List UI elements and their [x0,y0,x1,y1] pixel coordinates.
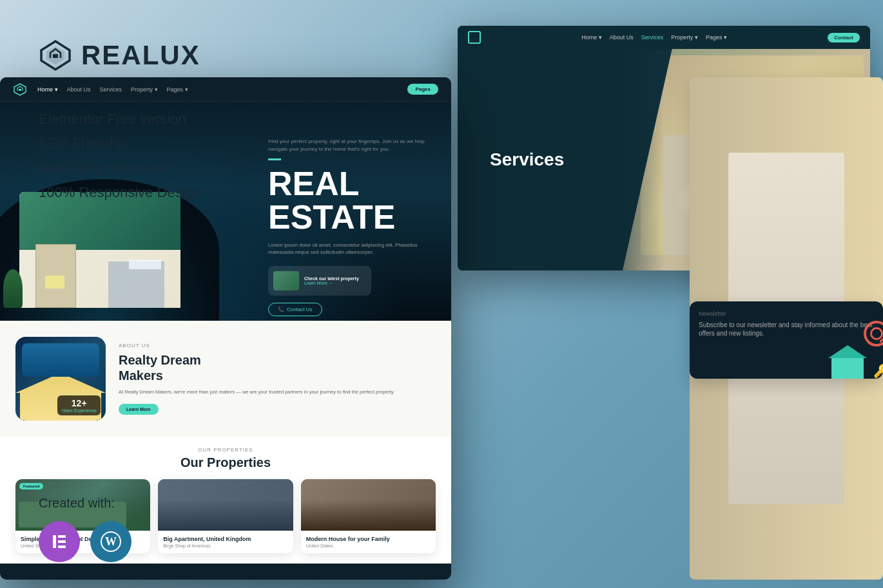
svg-rect-6 [58,545,66,548]
property-location-3: United States [306,544,431,548]
search-3d-illustration: 🔑 [825,321,883,379]
search-properties-dark-card: Newsletter Subscribe to our newsletter a… [690,301,883,379]
feature-item-3: No Coding Required [39,160,258,176]
realux-logo-icon [39,39,72,72]
created-with-label: Created with: [39,496,258,511]
back-nav-home: Home ▾ [581,34,602,41]
back-nav: Home ▾ About Us Services Property ▾ Page… [458,26,870,49]
back-nav-contact-btn[interactable]: Contact [828,33,860,43]
feature-item-1: Elementor Free version [39,111,258,128]
hero-property-text: Check our latest property [304,276,359,281]
features-list: Elementor Free version SEO Friendly No C… [39,111,258,209]
property-name-3: Modern House for your Family [306,536,431,542]
back-hero-title: Services [490,149,564,170]
created-with-section: Created with: W [39,496,258,562]
back-nav-property: Property ▾ [671,34,698,41]
svg-rect-5 [58,540,66,543]
back-nav-pages: Pages ▾ [706,34,727,41]
rent-card-image [699,86,874,151]
hero-property-info: Check our latest property Learn More → [304,276,359,285]
feature-item-2: SEO Friendly [39,135,258,152]
svg-text:W: W [105,535,117,548]
logo-area: REALUX [39,39,258,72]
creator-icons: W [39,521,258,562]
hero-learn-more: Learn More → [304,281,359,285]
right-side-panel: Rent Properties Lorem ipsum dolor sit am… [690,77,883,580]
back-nav-logo-icon [468,31,481,44]
property-img-3: $3,000 [301,479,436,531]
elementor-icon [39,521,80,562]
front-nav-contact-btn[interactable]: Pages [407,84,438,95]
rent-properties-card: Rent Properties Lorem ipsum dolor sit am… [690,77,883,190]
wordpress-icon: W [90,521,131,562]
svg-rect-2 [53,54,58,58]
property-card-3[interactable]: $3,000 Modern House for your Family Unit… [301,479,436,553]
brand-name: REALUX [81,40,200,71]
back-nav-about: About Us [610,34,634,41]
back-nav-links: Home ▾ About Us Services Property ▾ Page… [494,34,815,41]
feature-item-4: 100% Responsive Design [39,184,258,201]
svg-rect-3 [53,535,56,548]
search-card-subtitle: Newsletter [699,310,874,317]
back-nav-services: Services [641,34,664,41]
svg-rect-4 [58,535,66,538]
property-info-3: Modern House for your Family United Stat… [301,531,436,553]
